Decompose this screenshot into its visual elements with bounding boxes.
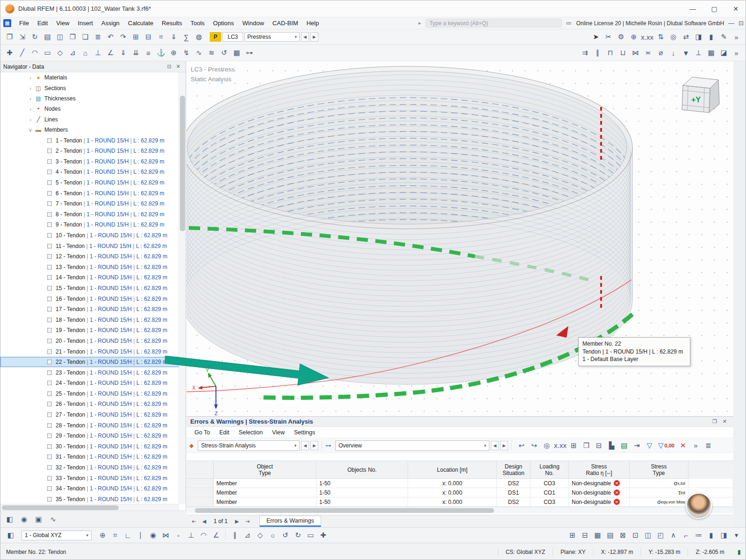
union-icon[interactable]: ⊔ <box>617 47 629 59</box>
side-panel-icon[interactable]: ◨ <box>692 31 705 43</box>
new-surface-icon[interactable]: ▭ <box>41 47 54 59</box>
redo-icon[interactable]: ↷ <box>117 31 129 43</box>
overflow-icon[interactable]: » <box>730 47 743 59</box>
find-icon[interactable]: ◎ <box>540 439 553 452</box>
customize-toolbar-icon[interactable]: ≔ <box>566 20 572 27</box>
tree-member-item[interactable]: 35 - Tendon | 1 - ROUND 15/H | L : 62.82… <box>0 494 179 504</box>
tree-member-item[interactable]: 10 - Tendon | 1 - ROUND 15/H | L : 62.82… <box>0 230 179 241</box>
next-page-icon[interactable]: ▶ <box>232 517 242 526</box>
new-member-icon[interactable]: ⊿ <box>66 47 79 59</box>
collapse-icon[interactable]: ∧ <box>667 529 680 541</box>
menu-item[interactable]: Insert <box>73 18 97 28</box>
previous-view-button[interactable]: ◀ <box>491 441 499 450</box>
chevron-down-icon[interactable]: ∨ <box>27 127 34 133</box>
tree-member-item[interactable]: 19 - Tendon | 1 - ROUND 15/H | L : 62.82… <box>0 325 179 336</box>
intersect-icon[interactable]: ⋈ <box>629 47 642 59</box>
jump-back-icon[interactable]: ↩ <box>515 439 528 452</box>
printout-icon[interactable]: ⊟ <box>579 529 591 541</box>
chevron-right-icon[interactable]: › <box>27 75 34 80</box>
list-view-icon[interactable]: ▤ <box>604 529 617 541</box>
tree-member-item[interactable]: 27 - Tendon | 1 - ROUND 15/H | L : 62.82… <box>0 410 179 420</box>
chevron-right-icon[interactable]: › <box>27 96 34 101</box>
first-page-icon[interactable]: ⇤ <box>189 517 199 526</box>
tab-errors-warnings[interactable]: Errors & Warnings <box>259 516 321 527</box>
tree-root-item[interactable]: › ● Materials <box>0 72 179 83</box>
rectangle-icon[interactable]: ▭ <box>304 529 317 541</box>
menu-icon[interactable]: ≣ <box>702 439 715 452</box>
perpendicular-icon[interactable]: ⟂ <box>692 47 705 59</box>
tangent-snap-icon[interactable]: ◠ <box>197 529 210 541</box>
mirror-icon[interactable]: ∥ <box>591 47 604 59</box>
spring-icon[interactable]: ∿ <box>193 47 205 59</box>
tree-member-item[interactable]: 30 - Tendon | 1 - ROUND 15/H | L : 62.82… <box>0 441 179 452</box>
couple-icon[interactable]: ⊕ <box>167 47 180 59</box>
tree-member-item[interactable]: 8 - Tendon | 1 - ROUND 15/H | L : 62.829… <box>0 209 179 220</box>
insert-icon[interactable]: ↓ <box>667 47 680 59</box>
rotate-ccw-icon[interactable]: ↺ <box>279 529 292 541</box>
row-selector-cell[interactable] <box>186 488 214 497</box>
mesh-icon[interactable]: ▦ <box>230 47 243 59</box>
menu-item[interactable]: Results <box>158 18 186 28</box>
window-maximize-button[interactable]: ▢ <box>703 0 725 17</box>
tree-member-item[interactable]: 1 - Tendon | 1 - ROUND 15/H | L : 62.829… <box>0 135 179 146</box>
tree-member-item[interactable]: 4 - Tendon | 1 - ROUND 15/H | L : 62.829… <box>0 167 179 177</box>
results-panel-icon[interactable]: ∿ <box>47 513 59 525</box>
connect-icon[interactable]: ⊶ <box>243 47 256 59</box>
renumber-icon[interactable]: ⇅ <box>654 31 667 43</box>
print-icon[interactable]: ❒ <box>66 31 79 43</box>
new-opening-icon[interactable]: ◇ <box>54 47 66 59</box>
guideline-icon[interactable]: ∣ <box>134 529 147 541</box>
selection-pointer-icon[interactable]: ➤ <box>589 31 602 43</box>
filter-value-icon[interactable]: ▽0,00 <box>657 439 675 452</box>
new-node-icon[interactable]: ✚ <box>3 47 16 59</box>
tree-member-item[interactable]: 20 - Tendon | 1 - ROUND 15/H | L : 62.82… <box>0 336 179 347</box>
tree-member-item[interactable]: 14 - Tendon | 1 - ROUND 15/H | L : 62.82… <box>0 272 179 283</box>
panel-right-icon[interactable]: ◨ <box>717 529 730 541</box>
diameter-icon[interactable]: ⌀ <box>654 47 667 59</box>
refresh-icon[interactable]: ↻ <box>29 31 41 43</box>
anchor-icon[interactable]: ⚓ <box>155 47 167 59</box>
errors-menu-item[interactable]: Go To <box>190 428 214 437</box>
options-dropdown-icon[interactable]: ▼ <box>680 47 692 59</box>
angle-snap-icon[interactable]: ∠ <box>210 529 222 541</box>
navigator-dock-icon[interactable]: ⊡ <box>165 64 174 70</box>
save-icon[interactable]: ◫ <box>54 31 66 43</box>
tree-member-item[interactable]: 15 - Tendon | 1 - ROUND 15/H | L : 62.82… <box>0 283 179 294</box>
plus-icon[interactable]: ✚ <box>317 529 330 541</box>
osnap-icon[interactable]: ◉ <box>147 529 159 541</box>
circle-icon[interactable]: ○ <box>266 529 279 541</box>
last-page-icon[interactable]: ⇥ <box>243 517 252 526</box>
align-icon[interactable]: ≍ <box>642 47 654 59</box>
tree-member-item[interactable]: 21 - Tendon | 1 - ROUND 15/H | L : 62.82… <box>0 346 179 357</box>
tree-root-item[interactable]: › ▤ Thicknesses <box>0 93 179 104</box>
tree-member-item[interactable]: 7 - Tendon | 1 - ROUND 15/H | L : 62.829… <box>0 198 179 209</box>
previous-analysis-button[interactable]: ◀ <box>301 441 309 450</box>
bar-icon[interactable]: ▮ <box>705 529 717 541</box>
previous-load-case-button[interactable]: ◀ <box>301 32 309 42</box>
tree-member-item[interactable]: 28 - Tendon | 1 - ROUND 15/H | L : 62.82… <box>0 420 179 431</box>
render-icon[interactable]: ◪ <box>717 47 730 59</box>
snap-target-icon[interactable]: ⊕ <box>627 31 640 43</box>
errors-menu-item[interactable]: Selection <box>235 428 267 437</box>
open-file-icon[interactable]: ▤ <box>41 31 54 43</box>
table-row[interactable]: Member 1-50 x: 0.000 DS2 CO3 Non-designa… <box>186 479 733 488</box>
midpoint-snap-icon[interactable]: ◦ <box>172 529 185 541</box>
archive-icon[interactable]: ⊟ <box>593 439 605 452</box>
loads-icon[interactable]: ⇓ <box>167 31 180 43</box>
menu-item[interactable]: Calculate <box>124 18 158 28</box>
values-icon[interactable]: x.xx <box>553 439 567 452</box>
tree-member-item[interactable]: 31 - Tendon | 1 - ROUND 15/H | L : 62.82… <box>0 452 179 462</box>
result-values-icon[interactable]: x.xx <box>640 31 654 43</box>
menu-item[interactable]: Window <box>238 18 268 28</box>
copy-icon[interactable]: ❏ <box>79 31 92 43</box>
window-icon[interactable]: ◫ <box>642 529 654 541</box>
chevron-right-icon[interactable]: › <box>27 106 34 112</box>
new-solid-icon[interactable]: ⌂ <box>79 47 92 59</box>
zoom-icon[interactable]: ◎ <box>667 31 680 43</box>
tree-root-item-members[interactable]: ∨ ▬ Members <box>0 125 179 135</box>
menu-item[interactable]: Options <box>209 18 238 28</box>
errors-menu-item[interactable]: Edit <box>215 428 234 437</box>
line-load-icon[interactable]: ⇊ <box>129 47 142 59</box>
snap-icon[interactable]: ⊕ <box>96 529 109 541</box>
delete-results-icon[interactable]: ✕ <box>677 439 689 452</box>
